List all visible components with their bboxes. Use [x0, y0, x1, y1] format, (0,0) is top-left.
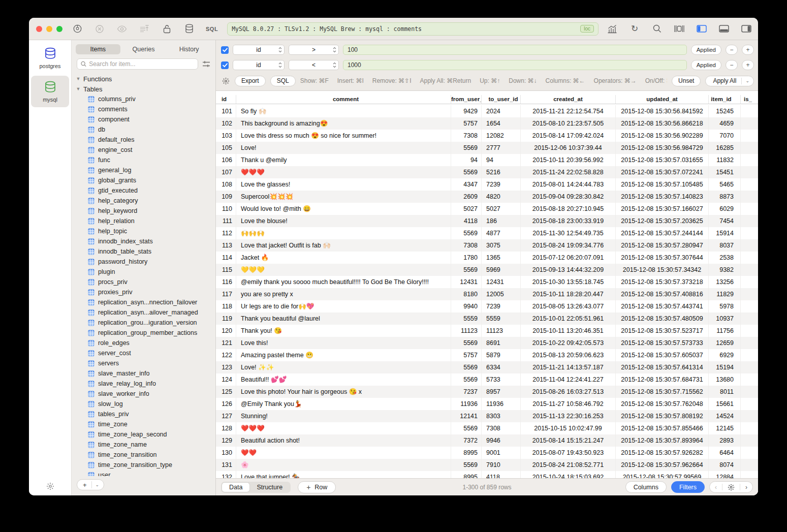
cell[interactable]: 113 — [216, 239, 236, 252]
cell[interactable]: 7910 — [482, 459, 521, 471]
cell[interactable]: 114 — [216, 252, 236, 264]
cell[interactable]: 2015-12-08 15:30:56.841592 — [616, 105, 709, 117]
cell[interactable]: 109 — [216, 191, 236, 203]
cell[interactable]: 1780 — [451, 252, 482, 264]
remove-filter-button[interactable]: − — [726, 45, 738, 55]
rail-settings-gear-icon[interactable] — [46, 482, 54, 490]
cell[interactable]: 94 — [451, 154, 482, 166]
table-row[interactable]: 130❤️❤️899590012015-08-07 19:43:50.92320… — [216, 447, 758, 459]
cell[interactable]: 12145 — [709, 422, 741, 434]
cell[interactable]: So fly 🙌🏻 — [236, 105, 451, 117]
cell[interactable] — [741, 434, 758, 447]
cell[interactable]: 2015-12-08 15:30:56.984729 — [616, 142, 709, 154]
cell[interactable]: 4659 — [709, 117, 741, 130]
cell[interactable]: 12431 — [482, 276, 521, 288]
sidebar-item-global_grants[interactable]: global_grants — [76, 175, 215, 185]
panel-right-toggle-icon[interactable] — [741, 23, 752, 35]
sidebar-item-tables_priv[interactable]: tables_priv — [76, 409, 215, 419]
cell[interactable] — [741, 373, 758, 386]
cell[interactable] — [741, 288, 758, 300]
filter-enabled-checkbox[interactable] — [221, 46, 229, 54]
columns-button[interactable]: Columns — [625, 481, 667, 493]
cell[interactable]: 1654 — [482, 117, 521, 130]
cell[interactable]: 2015-12-08 15:30:57.203625 — [616, 215, 709, 227]
cell[interactable]: 2015-08-24 21:08:52.771 — [521, 459, 616, 471]
export-button[interactable]: Export — [235, 76, 266, 86]
sidebar-item-help_relation[interactable]: help_relation — [76, 216, 215, 226]
cell[interactable]: 2015-12-06 10:37:39.44 — [521, 142, 616, 154]
cell[interactable]: 2015-07-12 06:20:07.091 — [521, 252, 616, 264]
table-row[interactable]: 127Stunning!1214183032015-11-13 22:30:16… — [216, 410, 758, 422]
cell[interactable]: 115 — [216, 264, 236, 276]
table-row[interactable]: 132Love that jumper! 🏇899541182015-10-24… — [216, 471, 758, 478]
table-row[interactable]: 115💛💛💛556959692015-09-13 14:44:32.209201… — [216, 264, 758, 276]
cell[interactable]: 8995 — [451, 471, 482, 478]
connection-mysql[interactable]: mysql — [31, 76, 69, 107]
cell[interactable]: 2015-11-13 22:30:16.253 — [521, 410, 616, 422]
cell[interactable]: 9001 — [482, 447, 521, 459]
cell[interactable]: 9946 — [482, 434, 521, 447]
cell[interactable]: Beautiful action shot! — [236, 434, 451, 447]
cell[interactable]: 15451 — [709, 166, 741, 178]
add-row-button[interactable]: + Row — [298, 481, 336, 493]
cell[interactable]: 4877 — [482, 227, 521, 239]
cell[interactable]: 5569 — [451, 373, 482, 386]
cell[interactable]: 4820 — [482, 191, 521, 203]
sidebar-item-func[interactable]: func — [76, 155, 215, 165]
tab-history[interactable]: History — [167, 44, 211, 54]
cell[interactable]: 127 — [216, 410, 236, 422]
cell[interactable]: 2015-11-21 14:13:57.187 — [521, 361, 616, 373]
cell[interactable]: 8074 — [709, 459, 741, 471]
cell[interactable]: 2015-12-08 15:30:57.605037 — [616, 349, 709, 361]
cell[interactable]: 11123 — [482, 325, 521, 337]
cell[interactable]: 5969 — [482, 264, 521, 276]
sidebar-item-time_zone[interactable]: time_zone — [76, 419, 215, 429]
cell[interactable]: 6464 — [709, 447, 741, 459]
cell[interactable]: 2015-12-08 15:30:57.408816 — [616, 288, 709, 300]
table-row[interactable]: 125Love this photo! Your hair is gorgeou… — [216, 386, 758, 398]
cell[interactable]: 5027 — [451, 203, 482, 215]
cell[interactable]: 130 — [216, 447, 236, 459]
cell[interactable]: 2015-10-01 22:05:51.961 — [521, 312, 616, 325]
column-header-from_user_id[interactable]: from_user_id — [451, 95, 482, 104]
tree-section-tables[interactable]: ▼Tables — [76, 84, 215, 94]
cell[interactable]: 129 — [216, 434, 236, 447]
cell[interactable]: 🌸 — [236, 459, 451, 471]
sidebar-item-time_zone_leap_second[interactable]: time_zone_leap_second — [76, 429, 215, 440]
cell[interactable]: 2015-12-08 15:30:57.244144 — [616, 227, 709, 239]
filter-enabled-checkbox[interactable] — [221, 61, 229, 69]
cell[interactable] — [741, 459, 758, 471]
add-filter-button[interactable]: + — [742, 45, 754, 55]
sidebar-item-innodb_table_stats[interactable]: innodb_table_stats — [76, 246, 215, 257]
cell[interactable]: 2015-12-08 15:30:57.34342 — [616, 264, 709, 276]
cell[interactable]: 2015-10-30 13:55:18.745 — [521, 276, 616, 288]
cell[interactable]: Thank you beautiful @laurel — [236, 312, 451, 325]
cell[interactable]: 121 — [216, 337, 236, 349]
cell[interactable]: 9429 — [451, 105, 482, 117]
cell[interactable]: 4118 — [451, 215, 482, 227]
cell[interactable]: 2015-09-13 14:44:32.209 — [521, 264, 616, 276]
cell[interactable]: 2015-11-24 22:02:58.828 — [521, 166, 616, 178]
remove-filter-button[interactable]: − — [726, 60, 738, 70]
cell[interactable]: 12431 — [451, 276, 482, 288]
cell[interactable]: 106 — [216, 154, 236, 166]
cell[interactable] — [741, 361, 758, 373]
cell[interactable]: 120 — [216, 325, 236, 337]
cell[interactable]: 94 — [482, 154, 521, 166]
cell[interactable]: ❤️❤️❤️ — [236, 422, 451, 434]
table-row[interactable]: 124Beautiful!! 💕💕556957332015-11-04 12:2… — [216, 373, 758, 386]
cell[interactable]: 2015-12-08 15:30:57.443741 — [616, 300, 709, 312]
cell[interactable] — [741, 422, 758, 434]
cell[interactable]: 123 — [216, 361, 236, 373]
apply-all-caret-icon[interactable]: ⌄ — [745, 78, 749, 83]
cell[interactable]: 132 — [216, 471, 236, 478]
cell[interactable]: This background is amazing😍 — [236, 117, 451, 130]
cell[interactable]: 7308 — [451, 130, 482, 142]
cell[interactable]: 8180 — [451, 288, 482, 300]
cell[interactable]: 2015-10-24 18:15:03.692 — [521, 471, 616, 478]
column-header-to_user_id[interactable]: to_user_id — [482, 95, 521, 104]
cell[interactable]: 7372 — [451, 434, 482, 447]
cell[interactable]: 5216 — [482, 166, 521, 178]
cell[interactable]: 7454 — [709, 215, 741, 227]
cell[interactable]: 2015-12-08 15:30:57.715562 — [616, 386, 709, 398]
